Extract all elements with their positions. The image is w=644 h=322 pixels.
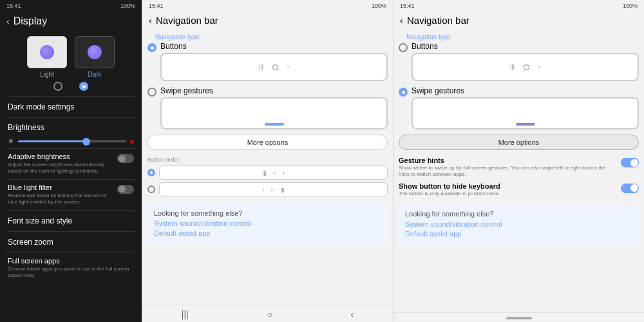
nav-header-2: ‹ Navigation bar [142,12,393,31]
buttons-label-3: Buttons [412,42,639,51]
order-icon-home2: ○ [270,187,274,193]
dark-radio[interactable] [79,82,88,91]
button-order-section: Button order ||| ○ ‹ ‹ [147,154,388,202]
order-radio-2[interactable] [147,185,155,193]
link-assist-2[interactable]: Default assist app [154,229,381,237]
gesture-hints-toggle[interactable] [621,158,639,167]
button-order-label: Button order [147,155,388,166]
nav-title-2: Navigation bar [156,15,218,26]
radio-inner [82,85,86,88]
brightness-slider[interactable]: ☀ [8,137,134,146]
back-button-3[interactable]: ‹ [400,15,403,26]
status-bar-2: 15:41 100% [142,0,393,12]
show-keyboard-text: Show button to hide keyboard The button … [399,182,617,197]
nav-home-circle [272,64,278,70]
swipe-option-3[interactable]: Swipe gestures [399,86,639,132]
display-panel: 15:41 100% ‹ Display Light Dark Dark mod… [0,0,142,322]
brightness-label: Brightness [8,123,134,132]
order-radio-1[interactable] [147,169,155,176]
order-preview-1: ||| ○ ‹ [159,166,388,180]
order-row-2[interactable]: ‹ ○ ||| [147,182,388,196]
buttons-preview-3: ||| ‹ [412,53,639,81]
more-options-btn-3[interactable]: More options [399,135,639,150]
toggle-on-knob [630,159,638,167]
looking-for-title-3: Looking for something else? [405,210,632,218]
dark-mode-settings[interactable]: Dark mode settings [0,97,142,117]
theme-dark[interactable]: Dark [75,36,115,78]
nav-back-icon-3: ‹ [538,64,540,70]
adaptive-brightness[interactable]: Adaptive brightness Adjust the screen br… [0,149,142,179]
buttons-radio-3[interactable] [399,43,408,52]
buttons-radio-circle[interactable] [147,43,156,52]
buttons-content-3: Buttons ||| ‹ [412,42,639,84]
font-size[interactable]: Font size and style [0,211,142,231]
blue-light-toggle[interactable] [117,185,134,194]
nav-menu-icon: ||| [259,64,263,70]
full-screen-apps[interactable]: Full screen apps Choose which apps you w… [0,253,142,283]
bottom-nav-menu-2[interactable]: ||| [182,309,189,319]
buttons-radio-circle-3[interactable] [399,43,408,52]
bottom-nav-home-2[interactable]: ○ [267,309,272,319]
nav-header-3: ‹ Navigation bar [393,12,644,31]
swipe-radio-circle-3[interactable] [399,88,408,97]
sun-icon: ☀ [8,137,14,146]
full-screen-title: Full screen apps [8,257,134,265]
time-2: 15:41 [149,3,164,9]
bottom-nav-back-2[interactable]: ‹ [350,309,354,319]
adaptive-desc: Adjust the screen brightness automatical… [8,162,113,175]
link-assist-3[interactable]: Default assist app [405,230,632,238]
blue-light-desc: Reduce eye strain by limiting the amount… [8,193,113,206]
swipe-radio-circle[interactable] [147,88,156,97]
show-keyboard-desc: The button is only available in portrait… [399,191,617,197]
full-screen-text: Full screen apps Choose which apps you w… [8,257,134,279]
back-button-2[interactable]: ‹ [149,15,152,26]
full-screen-desc: Choose which apps you want to use in the… [8,266,134,279]
buttons-option[interactable]: Buttons ||| ‹ [147,42,388,84]
back-button-1[interactable]: ‹ [6,16,10,26]
swipe-content-3: Swipe gestures [412,86,639,132]
order-radio-inner-1 [150,171,153,174]
toggle-on-knob-2 [630,184,638,192]
slider-thumb[interactable] [82,138,90,146]
buttons-radio[interactable] [147,43,156,52]
nav-title-3: Navigation bar [407,15,469,26]
adaptive-toggle[interactable] [117,154,134,163]
gesture-preview-3 [412,97,639,129]
link-sound-2[interactable]: System sound/vibration control [154,220,381,227]
swipe-radio[interactable] [147,88,156,97]
order-icon-menu2: ||| [280,187,284,193]
swipe-option[interactable]: Swipe gestures [147,86,388,132]
slider-track[interactable] [18,140,126,142]
gesture-pill-3 [516,123,535,126]
buttons-preview: ||| ‹ [160,53,388,81]
nav-back-icon: ‹ [287,64,289,70]
bottom-nav-3 [393,312,644,322]
status-bar-3: 15:41 100% [393,0,644,12]
battery-3: 100% [623,3,638,9]
status-bar-1: 15:41 100% [0,0,142,12]
light-radio[interactable] [53,82,62,91]
adaptive-text: Adaptive brightness Adjust the screen br… [8,153,113,175]
swipe-radio-3[interactable] [399,88,408,97]
theme-light[interactable]: Light [27,36,67,78]
order-icon-home: ○ [273,170,276,176]
show-keyboard-toggle[interactable] [621,184,639,193]
order-preview-2: ‹ ○ ||| [159,182,388,196]
buttons-option-3[interactable]: Buttons ||| ‹ [399,42,639,84]
gesture-preview-2 [160,97,388,129]
looking-for-3: Looking for something else? System sound… [399,205,639,245]
looking-for-title-2: Looking for something else? [154,209,381,217]
gesture-hints-section: Gesture hints Show where to swipe up for… [399,154,639,202]
more-options-btn-2[interactable]: More options [147,135,388,150]
order-row-1[interactable]: ||| ○ ‹ [147,166,388,180]
screen-zoom[interactable]: Screen zoom [0,232,142,252]
light-preview [27,36,67,68]
slider-end [130,140,134,144]
blue-light-title: Blue light filter [8,184,113,191]
order-icon-back2: ‹ [263,187,265,193]
link-sound-3[interactable]: System sound/vibration control [405,220,632,228]
blue-light-filter[interactable]: Blue light filter Reduce eye strain by l… [0,180,142,210]
buttons-label: Buttons [160,42,388,51]
swipe-label-3: Swipe gestures [412,86,639,95]
show-keyboard-title: Show button to hide keyboard [399,182,617,190]
